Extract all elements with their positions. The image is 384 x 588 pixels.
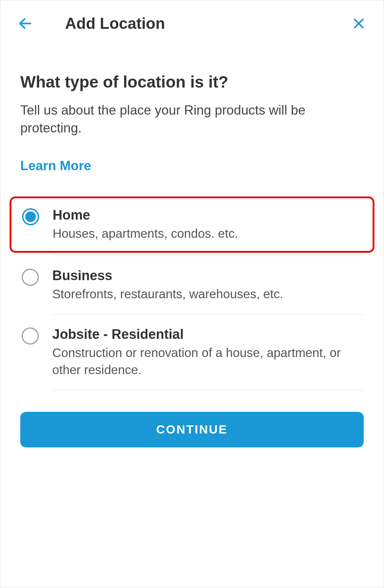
- continue-button[interactable]: CONTINUE: [20, 412, 364, 447]
- radio-jobsite-residential[interactable]: [22, 327, 39, 345]
- content-section: What type of location is it? Tell us abo…: [0, 47, 384, 193]
- question-heading: What type of location is it?: [20, 72, 364, 91]
- close-button[interactable]: [350, 15, 367, 32]
- arrow-left-icon: [17, 16, 33, 31]
- header-bar: Add Location: [0, 0, 384, 47]
- close-icon: [352, 16, 366, 31]
- question-subtitle: Tell us about the place your Ring produc…: [20, 101, 364, 137]
- learn-more-link[interactable]: Learn More: [20, 158, 91, 173]
- radio-selected-indicator: [25, 211, 36, 222]
- location-type-options: Home Houses, apartments, condos. etc. Bu…: [0, 193, 384, 390]
- option-text: Jobsite - Residential Construction or re…: [52, 327, 364, 378]
- page-title: Add Location: [65, 15, 165, 32]
- radio-business[interactable]: [22, 269, 39, 286]
- option-text: Home Houses, apartments, condos. etc.: [53, 208, 362, 242]
- add-location-screen: Add Location What type of location is it…: [0, 0, 384, 588]
- footer-actions: CONTINUE: [0, 390, 384, 467]
- back-button[interactable]: [17, 15, 34, 32]
- option-business[interactable]: Business Storefronts, restaurants, wareh…: [0, 256, 384, 314]
- option-text: Business Storefronts, restaurants, wareh…: [52, 268, 364, 302]
- option-title: Home: [53, 208, 362, 223]
- radio-home[interactable]: [22, 208, 39, 225]
- option-description: Storefronts, restaurants, warehouses, et…: [52, 285, 364, 302]
- option-title: Business: [52, 268, 364, 283]
- option-description: Construction or renovation of a house, a…: [52, 344, 364, 378]
- option-description: Houses, apartments, condos. etc.: [53, 225, 362, 242]
- option-home[interactable]: Home Houses, apartments, condos. etc.: [10, 196, 374, 253]
- option-jobsite-residential[interactable]: Jobsite - Residential Construction or re…: [0, 315, 384, 390]
- option-title: Jobsite - Residential: [52, 327, 364, 342]
